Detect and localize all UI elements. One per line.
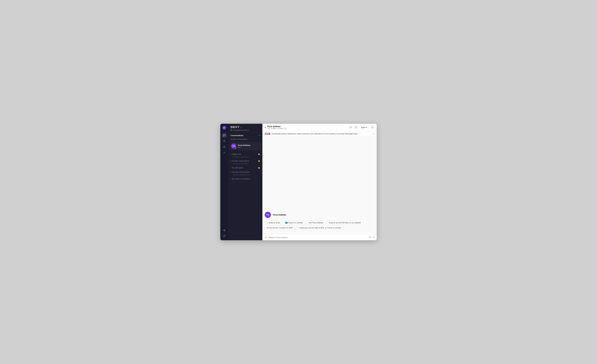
chat-area: TG Tricia Gellman ✉ Send an email in Sea… — [262, 137, 377, 234]
quick-reply-hey-tricia[interactable]: Hey Tricia Gellman! — [306, 221, 325, 225]
group-my-open: ▾ My open conversations No conversations… — [228, 170, 262, 177]
attachment-icon[interactable] — [369, 236, 371, 239]
icon-rail: d — [220, 124, 228, 240]
quick-reply-label: On the hunt for a solution for Drift? — [267, 227, 293, 229]
linkedin-icon: in — [285, 222, 288, 224]
email-icon: ✉ — [267, 222, 268, 224]
open-chevron-icon: ▾ — [366, 126, 367, 128]
group-notify-icon: 🔔 — [258, 167, 260, 169]
message-section: TG Tricia Gellman ✉ Send an email in Sea… — [265, 212, 374, 232]
emoji-icon[interactable] — [372, 236, 375, 239]
contact-name: Tricia Gellman — [238, 144, 250, 146]
group-empty-msg: No open conversations — [231, 156, 260, 158]
contact-status-dot-icon — [265, 127, 266, 128]
svg-rect-3 — [223, 147, 225, 148]
reply-input[interactable] — [269, 236, 368, 239]
sidebar-header: DR/FT ▾ hello@rakeshmondal.in — [228, 124, 262, 132]
conversations-title: Conversations — [231, 134, 243, 137]
group-notify-icon: 🔔 — [258, 153, 260, 155]
group-label: My open conversations — [232, 171, 260, 173]
quick-reply-linkedin[interactable]: in Search on LinkedIn — [283, 221, 305, 225]
nav-help-icon[interactable] — [222, 233, 227, 239]
quick-reply-noticed-cmo[interactable]: I noticed you are the CMO at Drift, so I… — [296, 226, 343, 230]
group-toggle-icon: › — [231, 167, 231, 169]
group-empty-msg: No open conversations — [231, 163, 260, 165]
brand-chevron-icon[interactable]: ▾ — [241, 126, 242, 128]
nav-bot-icon[interactable] — [222, 144, 227, 149]
quick-reply-great-to-see[interactable]: Great to see the Drift team on our websi… — [327, 221, 363, 225]
sidebar: DR/FT ▾ hello@rakeshmondal.in Conversati… — [228, 124, 262, 240]
svg-line-18 — [373, 128, 373, 128]
group-design-chat: ▾ design chat 🔔 No open conversations — [228, 152, 262, 159]
group-my-open-header[interactable]: ▾ My open conversations — [231, 170, 260, 174]
quick-reply-label: Hey Tricia Gellman! — [308, 222, 323, 224]
svg-text:d: d — [223, 127, 225, 129]
svg-point-19 — [373, 236, 374, 238]
quick-reply-label: I noticed you are the CMO at Drift, so I… — [298, 227, 341, 229]
browse-conversations-link[interactable]: Browse conversations — [231, 138, 247, 140]
contact-company: Drift — [238, 146, 250, 148]
quick-reply-label: Send an email — [269, 222, 280, 224]
avatar-badge: ○ — [235, 147, 236, 149]
quick-reply-label: Great to see the Drift team on our websi… — [329, 222, 361, 224]
group-toggle-icon: ▾ — [231, 160, 231, 162]
message-author-row: TG Tricia Gellman — [265, 212, 374, 218]
svg-point-17 — [372, 127, 373, 128]
svg-point-4 — [224, 146, 225, 146]
notification-link[interactable]: See what's new — [345, 133, 357, 135]
notification-close-button[interactable]: ✕ — [373, 132, 374, 135]
status-dot-icon — [231, 130, 232, 131]
refresh-button[interactable] — [348, 125, 353, 129]
message-avatar: TG — [265, 212, 271, 218]
group-toggle-icon: ▾ — [231, 171, 231, 173]
contact-avatar: TG ○ — [231, 144, 236, 149]
add-conversation-button[interactable]: + — [259, 134, 260, 137]
user-email: hello@rakeshmondal.in — [233, 129, 249, 131]
contact-card[interactable]: TG ○ Tricia Gellman Drift — [229, 142, 261, 150]
contact-header-subtitle: CMO at Drift • Sausalito, CA — [267, 128, 287, 129]
notification-banner: NEW! Introducting section notifications,… — [262, 131, 377, 137]
nav-conversations-icon[interactable] — [222, 133, 227, 138]
brand-name: DR/FT — [231, 126, 240, 129]
contact-header-name: Tricia Gellman — [267, 125, 287, 128]
quick-reply-label: Search on LinkedIn — [288, 222, 303, 224]
svg-point-2 — [224, 140, 224, 141]
group-notify-icon: 🔔 — [258, 160, 260, 162]
notification-text: Introducting section notifications, easi… — [272, 133, 371, 135]
drift-link[interactable]: Drift — [273, 128, 276, 129]
group-my-closed-header[interactable]: › My closed conversations — [231, 177, 260, 180]
reply-bolt-icon: ⚡ — [264, 236, 267, 239]
search-button[interactable] — [370, 125, 374, 129]
open-button[interactable]: Open ▾ — [359, 125, 369, 129]
group-no-participants: › No participants 🔔 — [228, 166, 262, 170]
nav-bolt-icon[interactable] — [222, 228, 227, 233]
info-button[interactable] — [354, 125, 358, 129]
group-toggle-icon: ▾ — [231, 154, 231, 155]
nav-contacts-icon[interactable] — [222, 139, 227, 144]
nav-analytics-icon[interactable] — [222, 150, 227, 155]
group-label: My closed conversations — [232, 178, 260, 180]
reply-box: ⚡ — [262, 234, 377, 240]
group-label: All open conversations — [232, 160, 257, 162]
group-label: No participants — [232, 167, 257, 169]
group-label: design chat — [232, 153, 257, 155]
group-no-participants-header[interactable]: › No participants 🔔 — [231, 166, 260, 169]
conversation-groups: ▾ design chat 🔔 No open conversations ▾ … — [228, 151, 262, 240]
quick-replies: ✉ Send an email in Search on LinkedIn He… — [265, 221, 374, 232]
group-empty-msg: No conversations to show — [231, 174, 260, 176]
quick-reply-send-email[interactable]: ✉ Send an email — [265, 221, 282, 225]
app-logo: d — [222, 125, 227, 130]
group-toggle-icon: › — [231, 178, 231, 180]
contact-header: Tricia Gellman CMO at Drift • Sausalito,… — [265, 125, 287, 129]
main-content: Tricia Gellman CMO at Drift • Sausalito,… — [262, 124, 377, 240]
group-all-open-header[interactable]: ▾ All open conversations 🔔 — [231, 159, 260, 163]
new-badge: NEW! — [265, 133, 270, 135]
group-my-closed: › My closed conversations — [228, 177, 262, 181]
group-design-chat-header[interactable]: ▾ design chat 🔔 — [231, 153, 260, 156]
quick-reply-hunt-solution[interactable]: On the hunt for a solution for Drift? — [265, 226, 295, 230]
top-bar: Tricia Gellman CMO at Drift • Sausalito,… — [262, 124, 377, 131]
reply-actions — [369, 236, 375, 239]
message-author-name: Tricia Gellman — [273, 214, 286, 216]
group-all-open: ▾ All open conversations 🔔 No open conve… — [228, 159, 262, 166]
conversations-section: Conversations + Browse conversations — [228, 132, 262, 142]
